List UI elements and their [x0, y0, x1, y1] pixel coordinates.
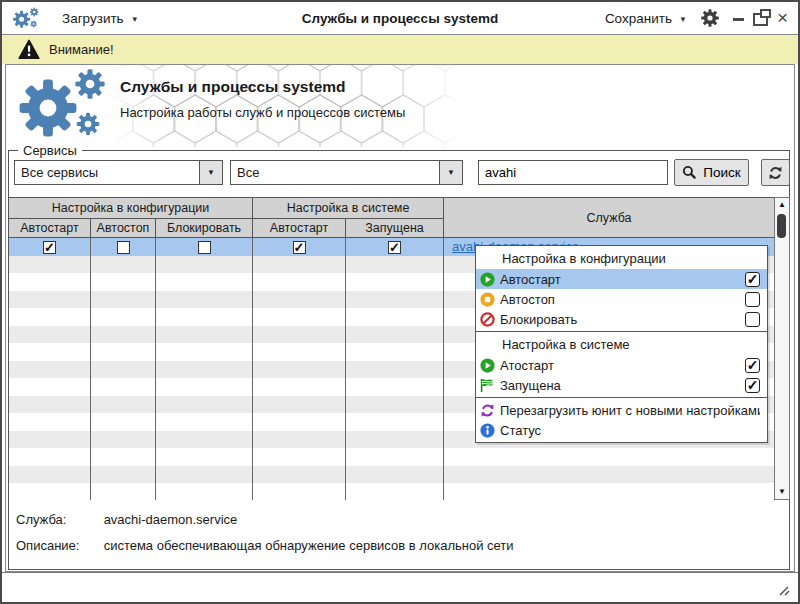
menu-section-header: Настройка в системе [476, 334, 767, 355]
checkbox-checked[interactable] [388, 241, 401, 254]
chevron-down-icon[interactable]: ▼ [439, 161, 462, 184]
autostop-config-checkbox[interactable] [91, 238, 156, 256]
block-config-checkbox[interactable] [156, 238, 253, 256]
description-label: Описание: [16, 538, 100, 553]
menu-item-label: Перезагрузить юнит с новыми настройками [500, 403, 760, 418]
chevron-down-icon[interactable]: ▼ [199, 161, 222, 184]
menu-item-autostop-config[interactable]: Автостоп [476, 289, 767, 309]
close-button[interactable]: × [777, 10, 788, 26]
menu-item-label: Автостоп [500, 292, 745, 307]
menu-separator [476, 331, 767, 332]
search-button[interactable]: Поиск [674, 159, 749, 186]
scroll-up-button[interactable]: ▲ [775, 198, 789, 212]
menu-checkbox-unchecked[interactable] [745, 292, 760, 307]
menu-item-label: Автостарт [500, 272, 745, 287]
table-row[interactable] [9, 466, 775, 484]
warning-banner: Внимание! [2, 35, 798, 64]
menu-section-header: Настройка в конфигурации [476, 248, 767, 269]
running-system-checkbox[interactable] [346, 238, 444, 256]
service-filter-select[interactable]: Все сервисы ▼ [14, 160, 223, 185]
col-header: Блокировать [156, 219, 253, 238]
autostart-system-checkbox[interactable] [253, 238, 346, 256]
menu-item-autostart-config[interactable]: Автостарт [476, 269, 767, 289]
col-header: Запущена [346, 219, 444, 238]
menu-item-autostart-system[interactable]: Атостарт [476, 355, 767, 375]
scroll-down-button[interactable]: ▼ [775, 485, 789, 499]
state-filter-select[interactable]: Все ▼ [230, 160, 463, 185]
app-gears-icon [12, 7, 42, 29]
search-icon [682, 165, 697, 180]
block-icon [479, 311, 495, 327]
warning-text: Внимание! [49, 42, 114, 57]
menu-item-label: Блокировать [500, 312, 745, 327]
description-value: система обеспечивающая обнаружение серви… [104, 538, 514, 553]
app-window: Службы и процессы systemd Загрузить ▼ Со… [0, 0, 800, 604]
refresh-icon [479, 402, 495, 418]
play-icon [479, 271, 495, 287]
title-bar: Службы и процессы systemd Загрузить ▼ Со… [2, 2, 798, 35]
menu-checkbox-checked[interactable] [745, 272, 760, 287]
info-icon [479, 422, 495, 438]
table-row[interactable] [9, 483, 775, 500]
menu-item-label: Статус [500, 423, 760, 438]
menu-checkbox-unchecked[interactable] [745, 312, 760, 327]
menu-checkbox-checked[interactable] [745, 358, 760, 373]
checkbox-checked[interactable] [43, 241, 56, 254]
stop-icon [479, 291, 495, 307]
table-row[interactable] [9, 448, 775, 466]
menu-item-running-system[interactable]: Запущена [476, 375, 767, 395]
checkbox-unchecked[interactable] [117, 241, 130, 254]
col-header: Автостоп [91, 219, 156, 238]
menu-item-block-config[interactable]: Блокировать [476, 309, 767, 329]
detail-service-row: Служба: avachi-daemon.service [16, 512, 237, 527]
play-icon [479, 357, 495, 373]
settings-gear-icon[interactable] [701, 9, 719, 27]
page-subtitle: Настройка работы служб и процессов систе… [120, 105, 405, 120]
service-label: Служба: [16, 512, 100, 527]
vertical-scrollbar[interactable]: ▲ ▼ [774, 197, 790, 500]
save-menu-button[interactable]: Сохранить ▼ [605, 11, 687, 26]
chevron-down-icon: ▼ [679, 15, 687, 24]
col-group-system: Настройка в системе [253, 198, 444, 219]
autostart-config-checkbox[interactable] [9, 238, 91, 256]
groupbox-legend: Сервисы [18, 143, 82, 158]
search-input[interactable] [478, 160, 668, 185]
context-menu: Настройка в конфигурацииАвтостартАвтосто… [475, 245, 768, 443]
scroll-thumb[interactable] [777, 214, 786, 238]
col-group-config: Настройка в конфигурации [9, 198, 253, 219]
checkbox-checked[interactable] [293, 241, 306, 254]
chevron-down-icon: ▼ [131, 15, 139, 24]
minimize-button[interactable] [733, 18, 744, 21]
refresh-icon [768, 165, 783, 181]
detail-description-row: Описание: система обеспечивающая обнаруж… [16, 538, 514, 553]
warning-icon [18, 39, 40, 60]
refresh-button[interactable] [761, 159, 790, 186]
menu-item-label: Атостарт [500, 358, 745, 373]
flag-icon [479, 377, 495, 393]
menu-item-status[interactable]: Статус [476, 420, 767, 440]
menu-item-reload-unit[interactable]: Перезагрузить юнит с новыми настройками [476, 400, 767, 420]
col-header: Автостарт [253, 219, 346, 238]
load-menu-button[interactable]: Загрузить ▼ [62, 11, 139, 26]
service-value: avachi-daemon.service [104, 512, 238, 527]
menu-item-label: Запущена [500, 378, 745, 393]
menu-separator [476, 397, 767, 398]
menu-checkbox-checked[interactable] [745, 378, 760, 393]
maximize-button[interactable] [753, 13, 768, 26]
status-bar [2, 572, 798, 603]
col-header: Автостарт [9, 219, 91, 238]
hero-gears-logo [16, 68, 116, 140]
page-title: Службы и процессы systemd [120, 78, 346, 96]
checkbox-unchecked[interactable] [198, 241, 211, 254]
col-header-service: Служба [444, 198, 774, 238]
resize-grip[interactable] [776, 584, 790, 596]
